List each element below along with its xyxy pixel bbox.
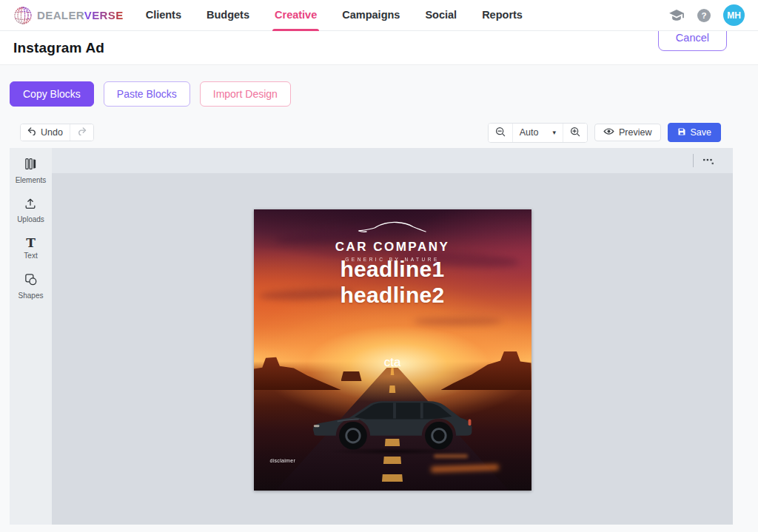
upload-icon	[24, 197, 37, 213]
canvas-area: CAR COMPANY GENERIC BY NATURE headline1 …	[52, 148, 733, 525]
zoom-in-button[interactable]	[563, 124, 587, 142]
sidebar-item-elements[interactable]: Elements	[16, 157, 47, 184]
ad-headline-2: headline2	[254, 282, 531, 308]
ad-headline-block[interactable]: headline1 headline2	[254, 256, 531, 308]
ad-disclaimer-text[interactable]: disclaimer	[270, 458, 296, 463]
cancel-button[interactable]: Cancel	[658, 31, 727, 51]
undo-label: Undo	[41, 127, 63, 138]
app-logo[interactable]: DEALERVERSE	[13, 6, 124, 25]
tool-label: Shapes	[19, 292, 44, 300]
cloud-shape	[413, 317, 502, 326]
nav-item-social[interactable]: Social	[425, 0, 457, 31]
divider	[693, 154, 694, 167]
undo-icon	[27, 127, 37, 138]
zoom-out-button[interactable]	[489, 124, 512, 142]
preview-label: Preview	[619, 127, 651, 138]
nav-item-clients[interactable]: Clients	[146, 0, 181, 31]
zoom-control: Auto ▾	[488, 123, 588, 143]
shapes-icon	[24, 272, 38, 289]
page-header: Instagram Ad Cancel	[0, 31, 758, 65]
caret-down-icon: ▾	[553, 129, 557, 136]
zoom-level-dropdown[interactable]: Auto ▾	[512, 124, 563, 142]
nav-item-creative[interactable]: Creative	[275, 0, 317, 31]
instagram-ad-canvas[interactable]: CAR COMPANY GENERIC BY NATURE headline1 …	[254, 209, 531, 491]
text-icon: T	[26, 236, 36, 249]
globe-logo-icon	[13, 6, 33, 25]
navbar-right-actions: ? MH	[668, 4, 745, 26]
sidebar-item-uploads[interactable]: Uploads	[17, 197, 44, 223]
stage-wrapper: CAR COMPANY GENERIC BY NATURE headline1 …	[52, 173, 733, 491]
top-navbar: DEALERVERSE Clients Budgets Creative Cam…	[0, 0, 758, 31]
tools-sidebar: Elements Uploads T Text Shapes	[10, 148, 52, 525]
copy-blocks-button[interactable]: Copy Blocks	[10, 81, 94, 107]
zoom-out-icon	[495, 127, 506, 139]
history-control: Undo	[20, 124, 94, 141]
redo-button[interactable]	[70, 124, 93, 141]
redo-icon	[77, 127, 87, 138]
zoom-level-value: Auto	[520, 127, 539, 138]
preview-button[interactable]: Preview	[594, 124, 660, 141]
elements-icon	[24, 157, 38, 174]
brand-wordmark: DEALERVERSE	[37, 9, 124, 21]
import-design-button[interactable]: Import Design	[200, 81, 291, 107]
design-editor: Undo Auto ▾	[10, 122, 733, 525]
paste-blocks-button[interactable]: Paste Blocks	[104, 81, 190, 107]
zoom-in-icon	[570, 127, 580, 139]
tool-label: Text	[24, 252, 37, 260]
undo-button[interactable]: Undo	[21, 124, 70, 141]
tool-label: Elements	[16, 176, 47, 184]
nav-item-reports[interactable]: Reports	[482, 0, 523, 31]
ad-headline-1: headline1	[254, 256, 531, 282]
nav-item-campaigns[interactable]: Campaigns	[342, 0, 400, 31]
car-outline-icon	[354, 226, 431, 238]
user-avatar[interactable]: MH	[723, 4, 745, 26]
editor-toolbar: Undo Auto ▾	[10, 122, 733, 143]
suv-car-image	[309, 388, 480, 454]
editor-body: Elements Uploads T Text Shapes	[10, 148, 733, 525]
ad-brand-name: CAR COMPANY	[254, 240, 531, 255]
main-nav: Clients Budgets Creative Campaigns Socia…	[146, 0, 523, 31]
blocks-toolbar: Copy Blocks Paste Blocks Import Design	[0, 65, 758, 107]
sidebar-item-shapes[interactable]: Shapes	[19, 272, 44, 300]
save-button[interactable]: Save	[668, 123, 722, 142]
save-icon	[677, 127, 686, 138]
graduation-cap-icon[interactable]	[668, 9, 685, 22]
ad-cta-text[interactable]: cta	[254, 355, 531, 370]
tool-label: Uploads	[17, 215, 44, 223]
sidebar-item-text[interactable]: T Text	[24, 236, 37, 260]
eye-icon	[603, 127, 614, 138]
nav-item-budgets[interactable]: Budgets	[207, 0, 249, 31]
canvas-top-bar	[52, 148, 733, 173]
save-label: Save	[691, 127, 712, 138]
help-icon[interactable]: ?	[697, 9, 711, 22]
page-title: Instagram Ad	[13, 40, 104, 56]
more-options-icon[interactable]	[702, 156, 715, 166]
